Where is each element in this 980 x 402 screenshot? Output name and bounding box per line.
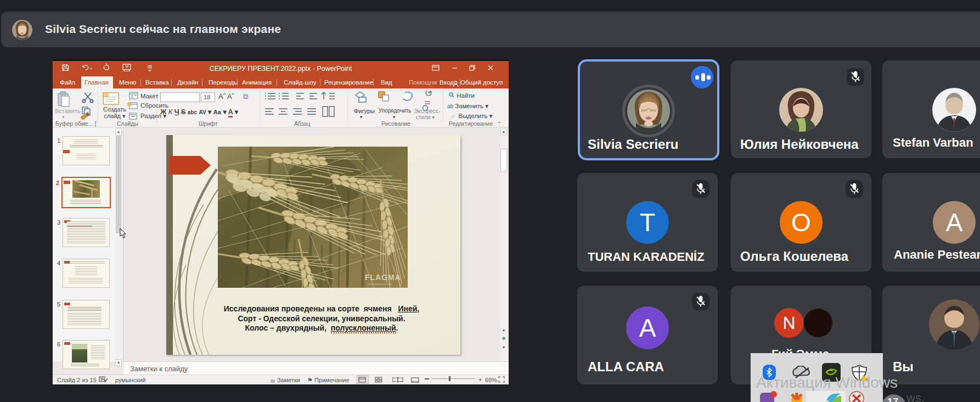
svg-text:FLAGMA: FLAGMA [365, 273, 401, 282]
svg-text:некоммерческое: некоммерческое [367, 282, 393, 286]
